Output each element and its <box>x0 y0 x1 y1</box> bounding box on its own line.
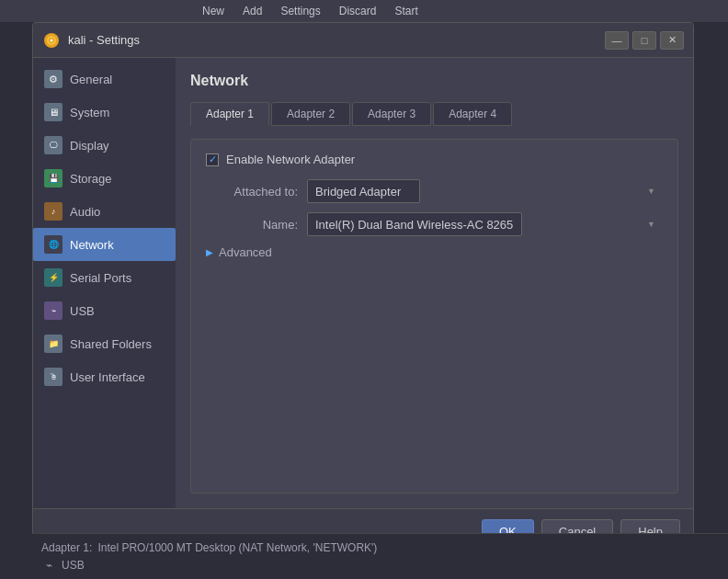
dialog-content: ⚙ General 🖥 System 🖵 Display 💾 <box>33 58 693 508</box>
status-adapter-value: Intel PRO/1000 MT Desktop (NAT Network, … <box>97 541 377 554</box>
usb-status-icon: ⌁ <box>41 558 56 573</box>
name-select-wrapper: Intel(R) Dual Band Wireless-AC 8265 <box>307 212 663 236</box>
sidebar-item-shared-folders[interactable]: 📁 Shared Folders <box>33 327 176 360</box>
status-adapter-label: Adapter 1: <box>41 541 92 554</box>
system-icon: 🖥 <box>44 103 63 121</box>
main-panel: Network Adapter 1 Adapter 2 Adapter 3 Ad… <box>176 58 693 508</box>
shared-folders-icon: 📁 <box>44 335 63 353</box>
tab-adapter4[interactable]: Adapter 4 <box>433 102 512 126</box>
menu-start[interactable]: Start <box>394 5 417 17</box>
sidebar-item-user-interface[interactable]: 🖱 User Interface <box>33 360 176 393</box>
sidebar-item-network[interactable]: 🌐 Network <box>33 228 176 261</box>
audio-icon: ♪ <box>44 202 63 221</box>
menu-new[interactable]: New <box>202 5 224 17</box>
app-icon <box>42 31 61 50</box>
sidebar-label-display: Display <box>70 139 109 153</box>
serial-ports-icon: ⚡ <box>44 268 63 287</box>
enable-adapter-checkbox[interactable] <box>206 153 219 166</box>
svg-point-3 <box>51 39 53 41</box>
tab-adapter2[interactable]: Adapter 2 <box>271 102 350 126</box>
close-button[interactable]: ✕ <box>660 31 684 50</box>
sidebar-label-network: Network <box>70 238 114 252</box>
name-label: Name: <box>206 218 307 232</box>
sidebar-label-usb: USB <box>70 304 95 318</box>
sidebar-label-user-interface: User Interface <box>70 370 145 384</box>
status-usb-row: ⌁ USB <box>41 556 719 574</box>
sidebar-label-audio: Audio <box>70 205 100 219</box>
tab-adapter1[interactable]: Adapter 1 <box>190 102 269 126</box>
general-icon: ⚙ <box>44 70 63 88</box>
adapter-tabs: Adapter 1 Adapter 2 Adapter 3 Adapter 4 <box>190 102 678 126</box>
enable-adapter-row: Enable Network Adapter <box>206 153 663 166</box>
attached-to-label: Attached to: <box>206 185 307 199</box>
status-usb-label: USB <box>62 559 85 572</box>
window-controls: — □ ✕ <box>605 31 684 50</box>
menu-add[interactable]: Add <box>243 5 262 17</box>
advanced-row[interactable]: ▶ Advanced <box>206 245 663 259</box>
sidebar-item-display[interactable]: 🖵 Display <box>33 129 176 162</box>
menu-settings[interactable]: Settings <box>280 5 320 17</box>
menu-discard[interactable]: Discard <box>339 5 377 17</box>
sidebar-label-serial-ports: Serial Ports <box>70 271 131 285</box>
sidebar-label-storage: Storage <box>70 172 112 186</box>
name-select[interactable]: Intel(R) Dual Band Wireless-AC 8265 <box>307 212 522 236</box>
sidebar-label-general: General <box>70 73 112 86</box>
tab-adapter3[interactable]: Adapter 3 <box>352 102 431 126</box>
settings-box: Enable Network Adapter Attached to: NATB… <box>190 139 678 494</box>
sidebar-item-serial-ports[interactable]: ⚡ Serial Ports <box>33 261 176 294</box>
enable-adapter-label: Enable Network Adapter <box>226 153 355 166</box>
sidebar-item-system[interactable]: 🖥 System <box>33 96 176 129</box>
attached-to-select-wrapper: NATBridged AdapterInternal NetworkHost-o… <box>307 179 663 203</box>
sidebar: ⚙ General 🖥 System 🖵 Display 💾 <box>33 58 176 508</box>
page-title: Network <box>190 73 678 89</box>
settings-dialog: kali - Settings — □ ✕ ⚙ General 🖥 System <box>32 22 694 555</box>
usb-icon: ⌁ <box>44 301 63 320</box>
attached-to-select[interactable]: NATBridged AdapterInternal NetworkHost-o… <box>307 179 420 203</box>
status-adapter-row: Adapter 1: Intel PRO/1000 MT Desktop (NA… <box>41 539 719 556</box>
sidebar-item-general[interactable]: ⚙ General <box>33 62 176 96</box>
sidebar-label-shared-folders: Shared Folders <box>70 337 152 351</box>
storage-icon: 💾 <box>44 169 63 187</box>
title-bar: kali - Settings — □ ✕ <box>33 23 693 58</box>
maximize-button[interactable]: □ <box>632 31 656 50</box>
advanced-arrow-icon: ▶ <box>206 247 213 257</box>
display-icon: 🖵 <box>44 136 63 154</box>
status-bar: Adapter 1: Intel PRO/1000 MT Desktop (NA… <box>32 533 728 579</box>
user-interface-icon: 🖱 <box>44 368 63 386</box>
dialog-title: kali - Settings <box>68 33 605 47</box>
name-row: Name: Intel(R) Dual Band Wireless-AC 826… <box>206 212 663 236</box>
advanced-label: Advanced <box>219 245 272 259</box>
network-icon: 🌐 <box>44 235 63 254</box>
sidebar-label-system: System <box>70 106 109 119</box>
sidebar-item-audio[interactable]: ♪ Audio <box>33 195 176 228</box>
top-menu-bar: New Add Settings Discard Start <box>0 0 728 22</box>
minimize-button[interactable]: — <box>605 31 629 50</box>
sidebar-item-storage[interactable]: 💾 Storage <box>33 162 176 195</box>
attached-to-row: Attached to: NATBridged AdapterInternal … <box>206 179 663 203</box>
sidebar-item-usb[interactable]: ⌁ USB <box>33 294 176 327</box>
